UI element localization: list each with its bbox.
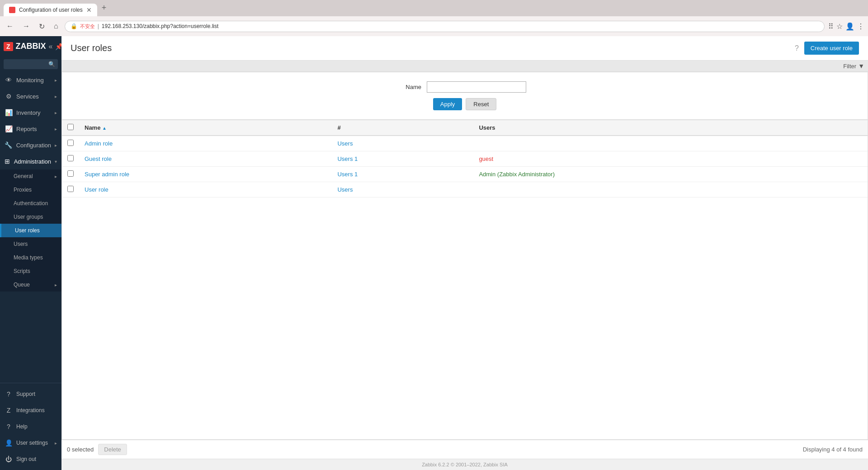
role-hash-cell: Users 1 [332, 151, 473, 167]
sidebar-item-administration[interactable]: ⊞ Administration ▾ [0, 153, 61, 169]
filter-name-input[interactable] [427, 81, 526, 93]
sidebar-item-proxies[interactable]: Proxies [0, 183, 61, 197]
search-wrap: 🔍 [4, 59, 58, 69]
forward-button[interactable]: → [20, 20, 33, 32]
table-row: Super admin role Users 1 Admin (Zabbix A… [62, 167, 868, 182]
profile-button[interactable]: 👤 [845, 22, 854, 31]
sidebar-item-label: User settings [16, 440, 51, 446]
sidebar-item-scripts[interactable]: Scripts [0, 264, 61, 278]
chevron-right-icon: ▸ [55, 127, 57, 132]
row-checkbox[interactable] [67, 155, 74, 161]
sidebar-item-configuration[interactable]: 🔧 Configuration ▸ [0, 137, 61, 153]
row-checkbox-cell [62, 167, 79, 182]
sidebar-item-label: Sign out [16, 456, 57, 462]
sidebar-item-monitoring[interactable]: 👁 Monitoring ▸ [0, 72, 61, 88]
sidebar-item-reports[interactable]: 📈 Reports ▸ [0, 121, 61, 137]
browser-action-buttons: ⠿ ☆ 👤 ⋮ [828, 22, 864, 31]
sidebar-item-inventory[interactable]: 📊 Inventory ▸ [0, 104, 61, 121]
selected-actions: 0 selected Delete [67, 444, 127, 455]
sidebar-item-queue[interactable]: Queue ▸ [0, 278, 61, 291]
help-icon: ? [5, 423, 13, 430]
role-name-link[interactable]: Admin role [85, 140, 113, 147]
monitoring-icon: 👁 [5, 76, 13, 84]
role-user-link[interactable]: Admin (Zabbix Administrator) [479, 171, 555, 178]
role-hash-link[interactable]: Users 1 [337, 171, 358, 178]
select-all-checkbox[interactable] [67, 124, 74, 130]
table-body: Admin role Users Guest role [62, 136, 868, 197]
role-hash-cell: Users 1 [332, 167, 473, 182]
role-name-link[interactable]: User role [85, 186, 108, 193]
filter-name-row: Name [71, 81, 859, 93]
role-hash-link[interactable]: Users 1 [337, 155, 358, 162]
sidebar-item-services[interactable]: ⚙ Services ▸ [0, 88, 61, 104]
users-column-label: Users [479, 124, 495, 131]
sidebar-pin-button[interactable]: 📌 [55, 43, 61, 50]
role-user-link[interactable]: guest [479, 155, 493, 162]
sidebar-item-label: Services [16, 93, 51, 100]
sidebar-item-sign-out[interactable]: ⏻ Sign out [0, 451, 61, 467]
row-checkbox-cell [62, 151, 79, 167]
name-column-label: Name [85, 124, 100, 131]
table-row: User role Users [62, 182, 868, 197]
delete-button[interactable]: Delete [98, 444, 127, 455]
create-user-role-button[interactable]: Create user role [804, 42, 859, 55]
sidebar-item-label: Help [16, 423, 57, 430]
row-checkbox-cell [62, 182, 79, 197]
sidebar-item-support[interactable]: ? Support [0, 386, 61, 402]
chevron-right-icon: ▸ [55, 110, 57, 115]
sidebar-item-label: Inventory [16, 109, 51, 116]
sidebar-item-label: Support [16, 391, 57, 397]
tab-favicon [9, 7, 15, 13]
filter-name-label: Name [403, 84, 421, 90]
role-users-cell [473, 182, 868, 197]
bookmark-button[interactable]: ☆ [836, 22, 843, 31]
sidebar-item-user-settings[interactable]: 👤 User settings ▸ [0, 435, 61, 451]
sidebar-search-icon: 🔍 [48, 61, 55, 67]
role-users-cell: guest [473, 151, 868, 167]
sidebar-item-authentication[interactable]: Authentication [0, 197, 61, 210]
extensions-button[interactable]: ⠿ [828, 22, 834, 31]
new-tab-button[interactable]: + [97, 0, 111, 16]
home-button[interactable]: ⌂ [51, 20, 61, 32]
row-checkbox[interactable] [67, 140, 74, 146]
tab-close-button[interactable]: ✕ [86, 6, 92, 14]
apply-button[interactable]: Apply [433, 98, 462, 110]
reset-button[interactable]: Reset [466, 98, 496, 110]
role-hash-link[interactable]: Users [337, 186, 353, 193]
row-checkbox[interactable] [67, 170, 74, 177]
filter-toggle-button[interactable]: Filter ▼ [840, 61, 868, 71]
role-hash-link[interactable]: Users [337, 140, 353, 147]
role-name-link[interactable]: Super admin role [85, 171, 129, 178]
security-icon: 🔒 [71, 23, 77, 29]
sidebar-item-media-types[interactable]: Media types [0, 251, 61, 264]
browser-chrome: Configuration of user roles ✕ + ← → ↻ ⌂ … [0, 0, 868, 36]
selected-count: 0 selected [67, 446, 94, 453]
address-bar-container[interactable]: 🔒 不安全 | 192.168.253.130/zabbix.php?actio… [65, 21, 825, 32]
sidebar: Z ZABBIX « 📌 🔍 👁 Monitoring ▸ ⚙ Services… [0, 36, 61, 470]
table-row: Guest role Users 1 guest [62, 151, 868, 167]
help-icon[interactable]: ? [795, 44, 799, 52]
sidebar-item-general[interactable]: General ▸ [0, 169, 61, 183]
sidebar-item-users[interactable]: Users [0, 237, 61, 251]
logo-text: ZABBIX [16, 42, 46, 51]
display-info: Displaying 4 of 4 found [803, 446, 863, 453]
administration-submenu: General ▸ Proxies Authentication User gr… [0, 169, 61, 291]
chevron-right-icon: ▸ [55, 174, 57, 179]
sidebar-collapse-button[interactable]: « [49, 42, 53, 51]
reports-icon: 📈 [5, 125, 13, 132]
back-button[interactable]: ← [4, 20, 16, 32]
hash-column-label: # [337, 124, 340, 131]
sidebar-item-label: Monitoring [16, 77, 51, 84]
name-column-header[interactable]: Name ▲ [79, 120, 332, 136]
row-checkbox[interactable] [67, 186, 74, 192]
sidebar-item-integrations[interactable]: Z Integrations [0, 402, 61, 418]
filter-label: Filter [843, 63, 856, 70]
role-name-link[interactable]: Guest role [85, 155, 112, 162]
sidebar-item-user-roles[interactable]: User roles [0, 224, 61, 237]
sidebar-item-help[interactable]: ? Help [0, 418, 61, 435]
active-tab[interactable]: Configuration of user roles ✕ [4, 4, 97, 16]
sidebar-item-user-groups[interactable]: User groups [0, 210, 61, 224]
refresh-button[interactable]: ↻ [36, 20, 47, 33]
browser-tabs: Configuration of user roles ✕ + [0, 0, 868, 16]
menu-button[interactable]: ⋮ [857, 22, 864, 31]
